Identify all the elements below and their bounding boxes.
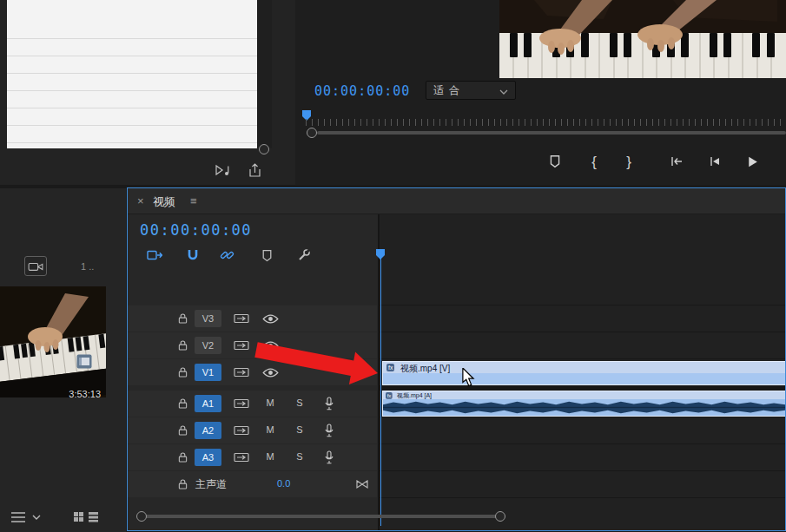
track-header-a2[interactable]: A2 M S bbox=[128, 417, 377, 443]
panel-scrollbar[interactable] bbox=[257, 0, 272, 148]
video-clip[interactable]: fx 视频.mp4 [V] bbox=[382, 361, 786, 385]
play-button[interactable] bbox=[743, 152, 762, 171]
marker-icon bbox=[548, 154, 562, 168]
mute-button[interactable]: M bbox=[264, 397, 276, 408]
mark-in-button[interactable]: { bbox=[585, 153, 604, 172]
solo-button[interactable]: S bbox=[294, 424, 306, 435]
sync-lock-icon[interactable] bbox=[234, 313, 249, 324]
track-target-a1[interactable]: A1 bbox=[195, 395, 221, 412]
track-target-v1[interactable]: V1 bbox=[195, 364, 221, 381]
add-marker-icon bbox=[261, 249, 274, 262]
camera-button[interactable] bbox=[24, 256, 47, 276]
zoom-scrollbar-left-knob[interactable] bbox=[307, 128, 317, 138]
timeline-scrollbar-right-knob[interactable] bbox=[495, 511, 505, 522]
timeline-timecode[interactable]: 00:00:00:00 bbox=[140, 221, 252, 239]
close-icon[interactable]: × bbox=[137, 194, 144, 207]
play-note-button[interactable] bbox=[213, 161, 232, 180]
lock-icon[interactable] bbox=[178, 397, 188, 410]
zoom-scrollbar-bar[interactable] bbox=[317, 131, 786, 135]
mouse-cursor bbox=[461, 368, 475, 387]
list-row bbox=[7, 126, 257, 143]
sync-lock-icon[interactable] bbox=[234, 398, 249, 409]
icon-view-button[interactable] bbox=[88, 510, 99, 526]
list-view-button[interactable] bbox=[73, 510, 84, 526]
track-separator bbox=[380, 470, 786, 471]
timeline-add-marker-button[interactable] bbox=[257, 246, 276, 265]
snap-magnet-icon bbox=[186, 248, 200, 262]
panel-menu-icon bbox=[9, 509, 42, 526]
list-row bbox=[7, 56, 257, 74]
list-row bbox=[7, 0, 257, 39]
solo-button[interactable]: S bbox=[294, 451, 306, 462]
go-to-in-button[interactable] bbox=[667, 152, 686, 171]
mute-button[interactable]: M bbox=[264, 424, 276, 435]
clip-thumbnail[interactable] bbox=[0, 286, 106, 397]
track-target-a2[interactable]: A2 bbox=[195, 422, 221, 439]
track-separator bbox=[380, 497, 786, 498]
play-icon bbox=[745, 154, 760, 169]
lock-icon[interactable] bbox=[178, 478, 188, 490]
timeline-scrollbar-bar[interactable] bbox=[143, 515, 501, 518]
panel-scrollbar-knob[interactable] bbox=[259, 144, 269, 154]
lock-icon[interactable] bbox=[178, 339, 188, 351]
play-note-icon bbox=[214, 162, 231, 178]
track-area[interactable]: fx 视频.mp4 [V] fx 视频.mp4 [A] bbox=[380, 214, 786, 530]
step-back-icon bbox=[707, 154, 723, 168]
timeline-settings-button[interactable] bbox=[294, 246, 314, 265]
mic-icon[interactable] bbox=[324, 424, 334, 437]
panel-menu-button[interactable] bbox=[9, 509, 42, 529]
audio-waveform bbox=[383, 399, 785, 416]
eye-icon[interactable] bbox=[262, 313, 279, 325]
lock-icon[interactable] bbox=[178, 312, 188, 325]
program-ruler-ticks[interactable] bbox=[306, 119, 786, 126]
zoom-fit-select[interactable]: 适合 bbox=[426, 81, 516, 100]
track-separator bbox=[380, 332, 786, 332]
mark-out-button[interactable]: } bbox=[619, 153, 638, 172]
video-clip-label: 视频.mp4 [V] bbox=[400, 363, 450, 375]
track-header-a1[interactable]: A1 M S bbox=[128, 391, 377, 417]
zoom-fit-value: 适合 bbox=[433, 83, 465, 98]
fx-badge: fx bbox=[386, 392, 393, 399]
linked-selection-icon bbox=[220, 248, 234, 262]
track-separator bbox=[380, 443, 786, 444]
mute-button[interactable]: M bbox=[264, 451, 276, 462]
master-level-value[interactable]: 0.0 bbox=[277, 478, 290, 489]
lock-icon[interactable] bbox=[178, 366, 188, 378]
track-target-v3[interactable]: V3 bbox=[195, 310, 221, 327]
lock-icon[interactable] bbox=[178, 424, 188, 437]
step-back-button[interactable] bbox=[705, 152, 724, 171]
master-track-label: 主声道 bbox=[195, 477, 227, 492]
mic-icon[interactable] bbox=[324, 397, 334, 410]
export-button[interactable] bbox=[245, 161, 264, 180]
track-header-master[interactable]: 主声道 0.0 bbox=[128, 471, 377, 497]
sync-lock-icon[interactable] bbox=[234, 452, 249, 463]
sync-lock-icon[interactable] bbox=[234, 425, 249, 436]
mic-icon[interactable] bbox=[324, 450, 334, 464]
snap-toggle-button[interactable] bbox=[183, 246, 202, 265]
source-panel bbox=[0, 0, 295, 185]
audio-clip[interactable]: fx 视频.mp4 [A] bbox=[382, 391, 786, 417]
timeline-tab-title[interactable]: 视频 bbox=[153, 194, 175, 210]
add-marker-button[interactable] bbox=[545, 152, 565, 171]
export-icon bbox=[246, 162, 263, 178]
track-separator bbox=[380, 417, 786, 417]
list-row bbox=[7, 39, 257, 56]
linked-selection-button[interactable] bbox=[217, 246, 236, 265]
clip-duration: 3:53:13 bbox=[59, 389, 101, 399]
audio-clip-header bbox=[383, 391, 785, 399]
timeline-scrollbar-left-knob[interactable] bbox=[136, 511, 147, 522]
thumbnail-badge-icon[interactable] bbox=[76, 354, 92, 369]
track-target-a3[interactable]: A3 bbox=[195, 449, 221, 466]
mark-in-icon: { bbox=[591, 154, 597, 171]
effects-list[interactable] bbox=[7, 0, 257, 148]
solo-button[interactable]: S bbox=[294, 397, 306, 408]
program-video-preview bbox=[499, 0, 786, 78]
pan-icon[interactable] bbox=[355, 479, 369, 489]
track-header-a3[interactable]: A3 M S bbox=[128, 444, 377, 470]
list-row bbox=[7, 108, 257, 126]
nest-toggle-button[interactable] bbox=[145, 246, 164, 265]
app-window: 00:00:00:00 适合 { } bbox=[0, 0, 786, 532]
track-target-v2[interactable]: V2 bbox=[195, 337, 221, 354]
lock-icon[interactable] bbox=[178, 451, 188, 463]
panel-menu-icon[interactable]: ≡ bbox=[190, 194, 197, 207]
